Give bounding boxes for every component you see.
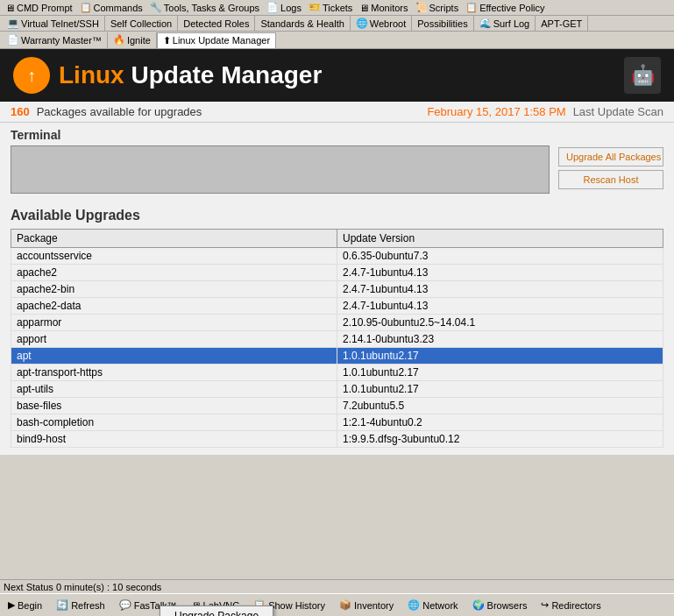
package-name: apt-transport-https: [11, 365, 337, 381]
status-bar: Next Status 0 minute(s) : 10 seconds: [0, 579, 674, 593]
package-name: accountsservice: [11, 248, 337, 265]
table-row[interactable]: apt1.0.1ubuntu2.17: [11, 348, 663, 365]
menu-bar: 🖥 CMD Prompt 📋 Commands 🔧 Tools, Tasks &…: [0, 0, 674, 16]
begin-icon: ▶: [8, 599, 15, 611]
context-upgrade-package[interactable]: Upgrade Package: [160, 606, 273, 616]
package-count: 160: [11, 105, 30, 118]
tickets-icon: 🎫: [309, 2, 321, 13]
refresh-icon: 🔄: [56, 599, 68, 611]
tab-possibilities[interactable]: Possibilities: [412, 16, 473, 32]
package-name: apache2: [11, 265, 337, 281]
menu-tickets[interactable]: 🎫 Tickets: [305, 2, 356, 13]
package-text: Packages available for upgrades: [37, 105, 202, 118]
menu-tools[interactable]: 🔧 Tools, Tasks & Groups: [146, 2, 263, 13]
package-version: 1.0.1ubuntu2.17: [337, 381, 663, 398]
warranty-icon: 📄: [7, 34, 19, 46]
table-row[interactable]: apt-utils1.0.1ubuntu2.17: [11, 381, 663, 398]
taskbar-network[interactable]: 🌐 Network: [401, 596, 464, 615]
tab-standards-health[interactable]: Standards & Health: [255, 16, 350, 32]
scripts-icon: 📜: [415, 2, 428, 13]
package-version: 7.2ubuntu5.5: [337, 398, 663, 414]
taskbar-begin[interactable]: ▶ Begin: [2, 596, 48, 615]
package-name: apt: [11, 348, 337, 365]
rescan-host-button[interactable]: Rescan Host: [558, 170, 663, 189]
table-row[interactable]: bind9-host1:9.9.5.dfsg-3ubuntu0.12: [11, 431, 663, 448]
browsers-icon: 🌍: [472, 599, 485, 611]
taskbar-refresh[interactable]: 🔄 Refresh: [50, 596, 111, 615]
tab-apt-get[interactable]: APT-GET: [536, 16, 588, 32]
network-icon: 🌐: [408, 599, 420, 611]
menu-logs[interactable]: 📄 Logs: [263, 2, 305, 13]
package-version: 2.14.1-0ubuntu3.23: [337, 331, 663, 348]
package-version: 2.10.95-0ubuntu2.5~14.04.1: [337, 315, 663, 331]
taskbar-redirectors[interactable]: ↪ Redirectors: [535, 596, 607, 615]
menu-commands[interactable]: 📋 Commands: [76, 2, 146, 13]
terminal-box[interactable]: [11, 145, 550, 194]
table-row[interactable]: bash-completion1:2.1-4ubuntu0.2: [11, 414, 663, 431]
tab-virtual-telnet[interactable]: 💻 Virtual Telnet/SSH: [2, 16, 105, 32]
package-name: apport: [11, 331, 337, 348]
logo-area: ↑ Linux Update Manager: [13, 57, 322, 94]
logo-arrow-icon: ↑: [27, 66, 36, 86]
scan-date: February 15, 2017 1:58 PM: [427, 105, 565, 118]
tab-linux-update-manager[interactable]: ⬆ Linux Update Manager: [157, 32, 276, 48]
tab-self-collection[interactable]: Self Collection: [105, 16, 178, 32]
virtual-telnet-icon: 💻: [7, 18, 19, 29]
terminal-area: Terminal: [11, 123, 550, 194]
table-row[interactable]: apport2.14.1-0ubuntu3.23: [11, 331, 663, 348]
table-row[interactable]: accountsservice0.6.35-0ubuntu7.3: [11, 248, 663, 265]
upgrades-section: Available Upgrades Package Update Versio…: [0, 201, 674, 455]
package-version: 2.4.7-1ubuntu4.13: [337, 265, 663, 281]
menu-effective-policy[interactable]: 📋 Effective Policy: [462, 2, 548, 13]
terminal-label: Terminal: [11, 123, 550, 145]
tab-warranty-master[interactable]: 📄 Warranty Master™: [2, 32, 108, 48]
col-package: Package: [11, 230, 337, 248]
package-name: apache2-bin: [11, 281, 337, 298]
package-name: apache2-data: [11, 298, 337, 315]
redirectors-icon: ↪: [541, 599, 549, 611]
package-name: apparmor: [11, 315, 337, 331]
header-banner: ↑ Linux Update Manager 🤖: [0, 49, 674, 102]
linux-update-icon: ⬆: [163, 35, 171, 46]
package-version: 1.0.1ubuntu2.17: [337, 348, 663, 365]
taskbar-browsers[interactable]: 🌍 Browsers: [466, 596, 534, 615]
ignite-icon: 🔥: [113, 34, 125, 46]
package-name: base-files: [11, 398, 337, 414]
last-update-label: Last Update Scan: [573, 105, 663, 118]
info-bar: 160 Packages available for upgrades Febr…: [0, 102, 674, 123]
table-row[interactable]: apache2-bin2.4.7-1ubuntu4.13: [11, 281, 663, 298]
table-row[interactable]: apache22.4.7-1ubuntu4.13: [11, 265, 663, 281]
package-version: 1:9.9.5.dfsg-3ubuntu0.12: [337, 431, 663, 448]
logo-text: Linux Update Manager: [59, 61, 322, 89]
package-version: 1:2.1-4ubuntu0.2: [337, 414, 663, 431]
tab-ignite[interactable]: 🔥 Ignite: [108, 32, 157, 48]
tab-detected-roles[interactable]: Detected Roles: [178, 16, 255, 32]
taskbar-inventory[interactable]: 📦 Inventory: [333, 596, 400, 615]
table-row[interactable]: apt-transport-https1.0.1ubuntu2.17: [11, 365, 663, 381]
tab-webroot[interactable]: 🌐 Webroot: [351, 16, 412, 32]
tab-surf-log[interactable]: 🌊 Surf Log: [474, 16, 536, 32]
table-row[interactable]: base-files7.2ubuntu5.5: [11, 398, 663, 414]
status-text: Next Status 0 minute(s) : 10 seconds: [4, 582, 161, 592]
table-container: Package Update Version accountsservice0.…: [11, 229, 663, 448]
package-version: 2.4.7-1ubuntu4.13: [337, 281, 663, 298]
package-version: 0.6.35-0ubuntu7.3: [337, 248, 663, 265]
table-row[interactable]: apache2-data2.4.7-1ubuntu4.13: [11, 298, 663, 315]
inventory-icon: 📦: [339, 599, 351, 611]
tools-icon: 🔧: [150, 2, 162, 13]
monitors-icon: 🖥: [359, 3, 369, 13]
webroot-icon: 🌐: [356, 18, 368, 29]
table-row[interactable]: apparmor2.10.95-0ubuntu2.5~14.04.1: [11, 315, 663, 331]
commands-icon: 📋: [80, 2, 92, 13]
package-version: 1.0.1ubuntu2.17: [337, 365, 663, 381]
tabs-row: 💻 Virtual Telnet/SSH Self Collection Det…: [0, 16, 674, 32]
context-menu: Upgrade Package: [160, 605, 273, 616]
package-version: 2.4.7-1ubuntu4.13: [337, 298, 663, 315]
col-version: Update Version: [337, 230, 663, 248]
upgrade-all-button[interactable]: Upgrade All Packages: [558, 147, 663, 166]
menu-scripts[interactable]: 📜 Scripts: [412, 2, 463, 13]
menu-monitors[interactable]: 🖥 Monitors: [356, 3, 411, 13]
package-name: bash-completion: [11, 414, 337, 431]
cmd-prompt-icon: 🖥: [5, 3, 15, 13]
menu-cmd-prompt[interactable]: 🖥 CMD Prompt: [2, 3, 76, 13]
